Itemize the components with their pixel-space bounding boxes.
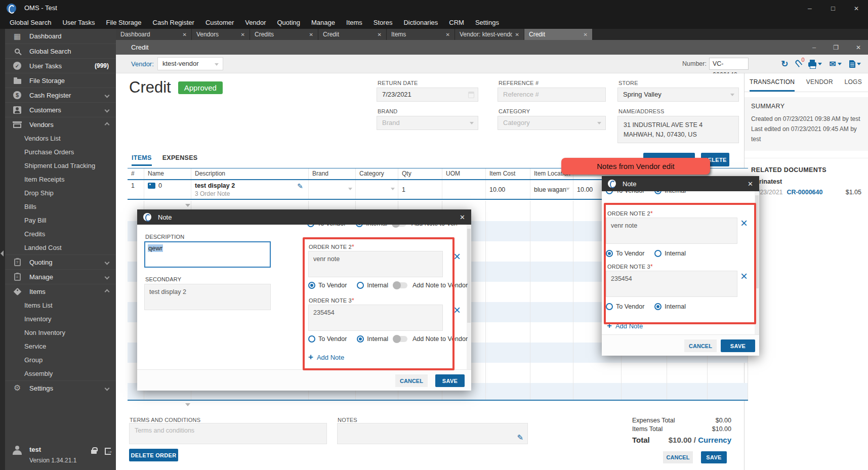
cell-description[interactable]: test display 2 3 Order Note ✎ <box>191 180 309 199</box>
sidebar-item-group[interactable]: Group <box>5 353 116 367</box>
radio-to-vendor[interactable] <box>308 335 315 343</box>
scrollbar[interactable] <box>467 225 471 369</box>
sidebar-item-drop-ship[interactable]: Drop Ship <box>5 186 116 200</box>
column-header-qty[interactable]: Qty <box>398 168 442 179</box>
cell-qty[interactable]: 1 <box>398 180 442 199</box>
row-expander-icon[interactable] <box>185 403 190 406</box>
add-note-to-vendor-toggle[interactable] <box>392 225 406 227</box>
tab-vendors[interactable]: Vendors <box>192 29 250 40</box>
sidebar-collapse-icon[interactable] <box>1 250 4 257</box>
sidebar-item-vendors[interactable]: Vendors <box>5 117 116 132</box>
terms-input[interactable]: Terms and conditions <box>129 423 327 444</box>
menu-user-tasks[interactable]: User Tasks <box>57 17 100 29</box>
tab-credit[interactable]: Credit <box>318 29 387 40</box>
tab-logs[interactable]: LOGS <box>844 78 862 92</box>
close-icon[interactable] <box>460 213 465 221</box>
radio-to-vendor[interactable] <box>606 250 613 257</box>
cell-uom[interactable] <box>442 180 486 199</box>
sidebar-item-credits[interactable]: Credits <box>5 227 116 241</box>
related-document-link[interactable]: CR-0000640 <box>787 189 823 196</box>
sidebar-item-assembly[interactable]: Assembly <box>5 367 116 380</box>
notes-input[interactable]: ✎ <box>337 423 528 444</box>
export-document-button[interactable] <box>849 60 861 68</box>
save-button[interactable]: SAVE <box>721 339 755 352</box>
restore-icon[interactable] <box>833 44 839 51</box>
menu-vendor[interactable]: Vendor <box>239 17 271 29</box>
radio-internal[interactable] <box>654 250 662 257</box>
order-note-3-input[interactable]: 235454 <box>606 271 737 297</box>
return-date-input[interactable]: 7/23/2021 <box>377 88 478 102</box>
radio-internal[interactable] <box>356 225 363 227</box>
sidebar-item-vendors-list[interactable]: Vendors List <box>5 132 116 145</box>
radio-internal[interactable] <box>654 303 662 310</box>
row-expander-icon[interactable] <box>185 204 190 207</box>
menu-items[interactable]: Items <box>341 17 368 29</box>
menu-stores[interactable]: Stores <box>368 17 398 29</box>
sidebar-item-shipment-load-tracking[interactable]: Shipment Load Tracking <box>5 159 116 173</box>
sidebar-item-item-receipts[interactable]: Item Receipts <box>5 173 116 186</box>
sidebar-item-dashboard[interactable]: ▦ Dashboard <box>5 29 116 44</box>
minimize-icon[interactable] <box>798 0 821 17</box>
cell-item-location[interactable]: blue wagan <box>530 180 573 199</box>
column-header-name[interactable]: Name <box>144 168 191 179</box>
cell-category[interactable] <box>356 180 398 199</box>
tab-items[interactable]: Items <box>387 29 455 40</box>
column-header-brand[interactable]: Brand <box>309 168 356 179</box>
radio-internal[interactable] <box>654 191 662 194</box>
sidebar-item-items-list[interactable]: Items List <box>5 298 116 312</box>
sidebar-item-user-tasks[interactable]: ✓ User Tasks (999) <box>5 58 116 73</box>
menu-settings[interactable]: Settings <box>470 17 505 29</box>
currency-link[interactable]: Currency <box>698 436 731 444</box>
sidebar-item-manage[interactable]: ≡ Manage <box>5 269 116 284</box>
delete-order-button[interactable]: DELETE ORDER <box>129 449 178 461</box>
radio-to-vendor[interactable] <box>606 303 613 310</box>
tab-vendor[interactable]: VENDOR <box>806 78 833 92</box>
menu-customer[interactable]: Customer <box>200 17 239 29</box>
edit-pencil-icon[interactable]: ✎ <box>297 182 303 190</box>
tab-close-icon[interactable] <box>183 31 187 38</box>
delete-note-icon[interactable] <box>453 252 461 261</box>
tab-credits[interactable]: Credits <box>250 29 318 40</box>
store-select[interactable]: Spring Valley <box>617 88 739 102</box>
delete-note-icon[interactable] <box>453 306 461 315</box>
brand-select[interactable]: Brand <box>377 116 478 130</box>
sidebar-collapse-strip[interactable] <box>0 29 5 470</box>
sidebar-item-customers[interactable]: Customers <box>5 102 116 117</box>
sidebar-item-landed-cost[interactable]: Landed Cost <box>5 241 116 254</box>
close-icon[interactable] <box>845 0 868 17</box>
order-note-2-input[interactable]: venr note <box>606 218 737 244</box>
attachment-icon[interactable]: 0 <box>796 60 801 69</box>
radio-to-vendor[interactable] <box>307 225 314 227</box>
secondary-input[interactable]: test display 2 <box>144 284 271 310</box>
add-note-to-vendor-toggle[interactable] <box>393 282 407 288</box>
column-header-num[interactable]: # <box>128 168 144 179</box>
menu-manage[interactable]: Manage <box>306 17 341 29</box>
menu-quoting[interactable]: Quoting <box>271 17 306 29</box>
order-note-2-input[interactable]: venr note <box>308 251 443 277</box>
add-note-to-vendor-toggle[interactable] <box>393 336 407 342</box>
order-note-3-input[interactable]: 235454 <box>308 305 443 331</box>
delete-note-icon[interactable] <box>740 219 748 228</box>
sidebar-item-file-storage[interactable]: File Storage <box>5 73 116 88</box>
close-icon[interactable] <box>748 180 753 188</box>
tab-transaction[interactable]: TRANSACTION <box>750 78 795 92</box>
email-button[interactable]: ✉ <box>830 59 842 69</box>
sidebar-item-bills[interactable]: Bills <box>5 200 116 213</box>
sync-icon[interactable]: ↻ <box>781 59 788 69</box>
cell-name[interactable]: 0 <box>144 180 191 199</box>
tab-close-icon[interactable] <box>241 31 245 38</box>
tab-close-icon[interactable] <box>309 31 313 38</box>
description-input[interactable]: qewr <box>144 241 271 268</box>
sidebar-item-items[interactable]: Items <box>5 284 116 298</box>
tab-close-icon[interactable] <box>584 31 588 38</box>
add-note-button[interactable]: Add Note <box>607 321 643 331</box>
save-button[interactable]: SAVE <box>435 374 465 387</box>
logout-icon[interactable] <box>105 448 111 455</box>
edit-pencil-icon[interactable]: ✎ <box>517 433 523 442</box>
tab-dashboard[interactable]: Dashboard <box>116 29 192 40</box>
radio-to-vendor[interactable] <box>308 282 315 289</box>
column-header-uom[interactable]: UOM <box>442 168 486 179</box>
sidebar-item-quoting[interactable]: ? Quoting <box>5 254 116 269</box>
tab-close-icon[interactable] <box>515 31 519 38</box>
sidebar-item-pay-bill[interactable]: Pay Bill <box>5 213 116 227</box>
